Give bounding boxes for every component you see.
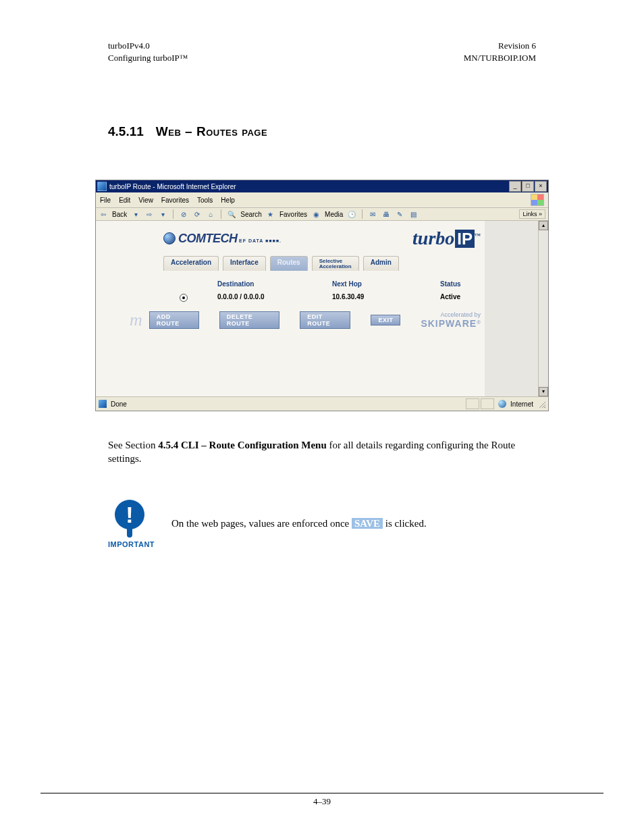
page-content: ▴ ▾ COMTECH EF DATA ■■■■. turboIP™ Accel… — [96, 221, 548, 396]
delete-route-button[interactable]: DELETE ROUTE — [219, 311, 280, 329]
forward-icon[interactable]: ⇨ — [144, 211, 154, 218]
maximize-button[interactable]: □ — [522, 181, 534, 192]
favorites-button[interactable]: Favorites — [279, 211, 307, 218]
forward-dropdown-icon[interactable]: ▾ — [158, 211, 167, 218]
status-pane — [481, 398, 494, 409]
favorites-icon[interactable]: ★ — [266, 211, 275, 218]
col-status: Status — [440, 280, 521, 288]
menu-favorites[interactable]: Favorites — [161, 197, 189, 204]
menu-help[interactable]: Help — [221, 197, 235, 204]
page-header: turboIPv4.0 Revision 6 Configuring turbo… — [41, 41, 603, 63]
home-icon[interactable]: ⌂ — [206, 211, 215, 218]
section-heading: 4.5.11 Web – Routes page — [41, 124, 603, 139]
header-left-1: turboIPv4.0 — [108, 41, 150, 51]
refresh-icon[interactable]: ⟳ — [192, 211, 202, 218]
important-callout: ! IMPORTANT On the web pages, values are… — [41, 500, 603, 548]
windows-logo-icon — [531, 194, 544, 206]
menu-file[interactable]: File — [100, 197, 111, 204]
window-title: turboIP Route - Microsoft Internet Explo… — [109, 183, 509, 190]
section-title: Web – Routes page — [156, 124, 267, 139]
route-select-radio[interactable] — [180, 294, 188, 302]
skipware-logo: SKIPWARE — [421, 318, 477, 329]
status-done: Done — [111, 400, 127, 408]
routes-table: Destination Next Hop Status 0.0.0.0 / 0.… — [96, 271, 548, 306]
edit-icon[interactable]: ✎ — [395, 211, 404, 218]
tab-acceleration[interactable]: Acceleration — [163, 256, 219, 271]
col-nexthop: Next Hop — [332, 280, 427, 288]
col-destination: Destination — [217, 280, 319, 288]
back-icon[interactable]: ⇦ — [99, 211, 108, 218]
tab-interface[interactable]: Interface — [223, 256, 266, 271]
search-button[interactable]: Search — [240, 211, 262, 218]
exclamation-icon: ! — [115, 500, 144, 529]
edit-route-button[interactable]: EDIT ROUTE — [300, 311, 350, 329]
media-button[interactable]: Media — [325, 211, 343, 218]
scrollbar[interactable]: ▴ ▾ — [538, 221, 548, 396]
internet-zone-icon — [498, 400, 506, 408]
close-button[interactable]: × — [535, 181, 547, 192]
search-icon[interactable]: 🔍 — [227, 211, 236, 218]
discuss-icon[interactable]: ▤ — [408, 211, 418, 218]
browser-window: turboIP Route - Microsoft Internet Explo… — [95, 180, 549, 411]
swoosh-graphic: m — [130, 310, 142, 330]
stop-icon[interactable]: ⊘ — [179, 211, 188, 218]
scroll-down-icon[interactable]: ▾ — [539, 387, 548, 396]
resize-grip-icon[interactable] — [537, 400, 545, 408]
tab-admin[interactable]: Admin — [363, 256, 399, 271]
page-footer: 4–39 — [41, 793, 603, 807]
important-text: On the web pages, values are enforced on… — [171, 517, 427, 530]
ie-status-icon — [99, 400, 107, 408]
route-status: Active — [440, 293, 521, 302]
turboip-logo: turboIP™ — [412, 228, 481, 249]
menu-tools[interactable]: Tools — [197, 197, 213, 204]
print-icon[interactable]: 🖶 — [381, 211, 391, 218]
status-zone: Internet — [510, 400, 533, 408]
back-dropdown-icon[interactable]: ▾ — [131, 211, 140, 218]
comtech-logo: COMTECH EF DATA ■■■■. — [163, 232, 281, 246]
nav-toolbar: ⇦ Back ▾ ⇨ ▾ ⊘ ⟳ ⌂ 🔍 Search ★ Favorites … — [96, 208, 548, 221]
comtech-subtext: EF DATA ■■■■. — [239, 238, 281, 243]
globe-icon — [163, 232, 176, 244]
links-button[interactable]: Links » — [519, 209, 545, 219]
save-chip: SAVE — [352, 518, 383, 529]
menu-edit[interactable]: Edit — [119, 197, 130, 204]
important-icon: ! IMPORTANT — [108, 500, 151, 548]
ie-icon — [97, 182, 107, 191]
header-left-2: Configuring turboIP™ — [108, 53, 188, 63]
minimize-button[interactable]: _ — [509, 181, 521, 192]
back-button[interactable]: Back — [112, 211, 127, 218]
header-right-1: Revision 6 — [498, 41, 536, 51]
history-icon[interactable]: 🕒 — [347, 211, 356, 218]
tab-selective-acceleration[interactable]: Selective Acceleration — [312, 256, 359, 271]
exit-button[interactable]: EXIT — [371, 315, 400, 325]
page-number: 4–39 — [313, 796, 331, 806]
section-number: 4.5.11 — [108, 124, 144, 139]
header-right-2: MN/TURBOIP.IOM — [464, 53, 536, 63]
tab-row: Acceleration Interface Routes Selective … — [96, 253, 548, 271]
body-paragraph: See Section 4.5.4 CLI – Route Configurat… — [41, 438, 603, 466]
status-bar: Done Internet — [96, 396, 548, 411]
menu-bar: File Edit View Favorites Tools Help — [96, 192, 548, 208]
menu-view[interactable]: View — [138, 197, 153, 204]
accelerated-by-label: Accelerated by SKIPWARE® — [421, 311, 481, 329]
status-pane — [466, 398, 479, 409]
media-icon[interactable]: ◉ — [311, 211, 321, 218]
tab-routes[interactable]: Routes — [270, 256, 308, 271]
scroll-up-icon[interactable]: ▴ — [539, 221, 548, 230]
add-route-button[interactable]: ADD ROUTE — [149, 311, 199, 329]
mail-icon[interactable]: ✉ — [368, 211, 377, 218]
route-nexthop: 10.6.30.49 — [332, 293, 427, 302]
window-titlebar: turboIP Route - Microsoft Internet Explo… — [96, 180, 548, 192]
route-destination: 0.0.0.0 / 0.0.0.0 — [217, 293, 319, 302]
